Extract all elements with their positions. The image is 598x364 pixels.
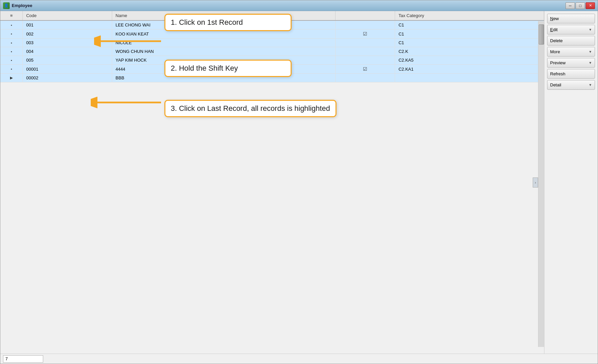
row-tax: C2.KA1: [395, 65, 544, 74]
more-arrow: ▼: [589, 50, 592, 54]
preview-button[interactable]: Preview ▼: [547, 58, 595, 68]
row-tax: C1: [395, 20, 544, 29]
row-code: 00001: [23, 65, 112, 74]
new-button[interactable]: New: [547, 14, 595, 23]
row-code: 003: [23, 39, 112, 47]
row-marker: ▶: [0, 74, 23, 82]
row-marker: •: [0, 65, 23, 74]
row-tax: C1: [395, 39, 544, 47]
status-bar: 7: [0, 354, 598, 364]
minimize-button[interactable]: ─: [566, 2, 575, 9]
col-header-tax: Tax Category: [395, 11, 544, 20]
row-code: 002: [23, 29, 112, 39]
count-value: 7: [5, 356, 8, 361]
step3-annotation: 3. Click on Last Record, all records is …: [164, 100, 337, 117]
row-checkbox[interactable]: [335, 47, 395, 56]
table-row[interactable]: •002KOO KIAN KEAT☑C1: [0, 29, 544, 39]
row-marker: •: [0, 29, 23, 39]
row-marker: •: [0, 20, 23, 29]
col-header-name: Name: [112, 11, 335, 20]
row-tax: [395, 74, 544, 82]
expand-button[interactable]: ›: [533, 177, 538, 188]
row-tax: C2.KA5: [395, 56, 544, 65]
delete-label: Delete: [550, 38, 563, 43]
table-row[interactable]: •005YAP KIM HOCKC2.KA5: [0, 56, 544, 65]
scrollbar-track: [538, 21, 544, 347]
row-checkbox[interactable]: [335, 56, 395, 65]
edit-label: Edit: [550, 27, 557, 32]
row-name: WONG CHUN HAN: [112, 47, 335, 56]
employee-table: ≡ Code Name Tax Category •001LEE CHONG W…: [0, 11, 544, 82]
main-window: 👤 Employee ─ □ ✕ ≡ Code Name: [0, 0, 598, 364]
close-button[interactable]: ✕: [586, 2, 595, 9]
row-name: 4444: [112, 65, 335, 74]
refresh-label: Refresh: [550, 71, 566, 76]
col-header-code: Code: [23, 11, 112, 20]
table-row[interactable]: •001LEE CHONG WAIC1: [0, 20, 544, 29]
detail-label: Detail: [550, 82, 561, 87]
row-marker: •: [0, 56, 23, 65]
row-name: KOO KIAN KEAT: [112, 29, 335, 39]
table-row[interactable]: ▶00002BBB: [0, 74, 544, 82]
row-code: 00002: [23, 74, 112, 82]
scrollbar-thumb[interactable]: [539, 24, 544, 45]
table-area: ≡ Code Name Tax Category •001LEE CHONG W…: [0, 11, 544, 354]
detail-arrow: ▼: [589, 83, 592, 87]
preview-arrow: ▼: [589, 61, 592, 65]
col-header-checkbox: [335, 11, 395, 20]
main-content: ≡ Code Name Tax Category •001LEE CHONG W…: [0, 11, 598, 354]
row-name: LEE CHONG WAI: [112, 20, 335, 29]
row-code: 005: [23, 56, 112, 65]
row-name: YAP KIM HOCK: [112, 56, 335, 65]
row-code: 004: [23, 47, 112, 56]
row-checkbox[interactable]: [335, 39, 395, 47]
preview-label: Preview: [550, 60, 566, 65]
row-marker: •: [0, 39, 23, 47]
more-label: More: [550, 49, 560, 54]
app-icon: 👤: [3, 2, 10, 9]
row-checkbox[interactable]: [335, 20, 395, 29]
row-tax: C1: [395, 29, 544, 39]
table-row[interactable]: •000014444☑C2.KA1: [0, 65, 544, 74]
record-count: 7: [3, 355, 43, 363]
sidebar: New Edit ▼ Delete More ▼ Preview ▼ Refre…: [544, 11, 598, 354]
row-marker: •: [0, 47, 23, 56]
delete-button[interactable]: Delete: [547, 36, 595, 46]
row-tax: C2.K: [395, 47, 544, 56]
window-controls: ─ □ ✕: [566, 2, 595, 9]
edit-button[interactable]: Edit ▼: [547, 25, 595, 34]
row-code: 001: [23, 20, 112, 29]
row-checkbox[interactable]: ☑: [335, 65, 395, 74]
table-row[interactable]: •003NICOLEC1: [0, 39, 544, 47]
maximize-button[interactable]: □: [576, 2, 585, 9]
detail-button[interactable]: Detail ▼: [547, 80, 595, 90]
refresh-button[interactable]: Refresh: [547, 69, 595, 79]
scrollbar[interactable]: [538, 21, 544, 347]
table-header-row: ≡ Code Name Tax Category: [0, 11, 544, 20]
row-name: BBB: [112, 74, 335, 82]
edit-arrow: ▼: [589, 28, 592, 31]
row-name: NICOLE: [112, 39, 335, 47]
window-title: Employee: [12, 3, 566, 8]
row-checkbox[interactable]: [335, 74, 395, 82]
more-button[interactable]: More ▼: [547, 47, 595, 57]
row-checkbox[interactable]: ☑: [335, 29, 395, 39]
new-label: New: [550, 16, 559, 21]
arrow2-svg: [91, 94, 168, 111]
table-row[interactable]: •004WONG CHUN HANC2.K: [0, 47, 544, 56]
table-body: •001LEE CHONG WAIC1•002KOO KIAN KEAT☑C1•…: [0, 20, 544, 82]
title-bar: 👤 Employee ─ □ ✕: [0, 0, 598, 11]
col-header-indicator: ≡: [0, 11, 23, 20]
